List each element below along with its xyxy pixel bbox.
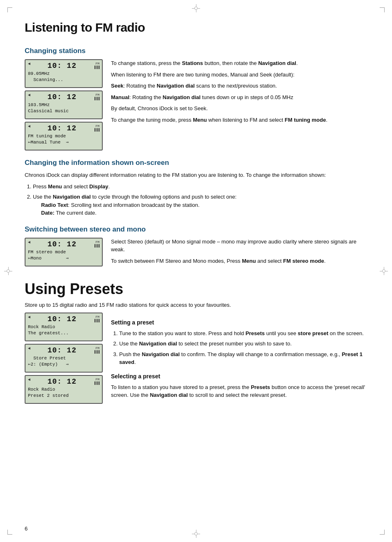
stereo-mono-text: Select Stereo (default) or Mono signal m… bbox=[111, 238, 367, 269]
lcd-clock-stored: 10: 12 bbox=[30, 378, 94, 386]
stations-seek: Seek: Rotating the Navigation dial scans… bbox=[111, 82, 367, 90]
section-header-changing-info: Changing the information shown on-screen bbox=[25, 159, 367, 167]
lcd-body-1: 89.05MHz Scanning... bbox=[28, 71, 99, 83]
crosshair-bottom bbox=[192, 530, 200, 538]
lcd-clock-2: 10: 12 bbox=[30, 93, 94, 101]
section-header-changing-stations: Changing stations bbox=[25, 47, 367, 55]
lcd-clock-store: 10: 12 bbox=[30, 346, 94, 354]
lcd-screen-stereo: ◄ 10: 12 FM▐▐▐ FM stereo mode ⇐Mono ⇒ bbox=[25, 238, 103, 266]
presets-right-content: Setting a preset Tune to the station you… bbox=[111, 313, 367, 404]
lcd-clock-rock: 10: 12 bbox=[30, 315, 94, 323]
setting-preset-step2: Use the Navigation dial to select the pr… bbox=[119, 340, 367, 348]
corner-mark-tl bbox=[7, 7, 12, 12]
lcd-clock-1: 10: 12 bbox=[30, 62, 94, 70]
lcd-body-stored: Rock Radio Preset 2 stored bbox=[28, 387, 99, 399]
corner-mark-br bbox=[380, 530, 385, 535]
using-presets-intro: Store up to 15 digital radio and 15 FM r… bbox=[25, 301, 367, 309]
lcd-clock-stereo: 10: 12 bbox=[30, 240, 94, 248]
date-label: Date: The current date. bbox=[41, 210, 97, 216]
lcd-body-stereo: FM stereo mode ⇐Mono ⇒ bbox=[28, 249, 99, 262]
presets-content-row: ◄ 10: 12 FM▐▐▐ Rock Radio The greatest..… bbox=[25, 313, 367, 404]
lcd-icons-top-rock: FM▐▐▐ bbox=[94, 315, 99, 322]
crosshair-left bbox=[4, 267, 12, 275]
lcd-screen-store-preset: ◄ 10: 12 FM▐▐▐ Store Preset ⇐2: (Empty) … bbox=[25, 344, 103, 373]
changing-stations-text: To change stations, press the Stations b… bbox=[111, 59, 367, 151]
lcd-clock-3: 10: 12 bbox=[30, 124, 94, 132]
lcd-icons-top-1: FM▐▐▐ bbox=[94, 62, 99, 69]
stereo-mono-content: ◄ 10: 12 FM▐▐▐ FM stereo mode ⇐Mono ⇒ Se… bbox=[25, 238, 367, 269]
changing-info-step1: Press Menu and select Display. bbox=[33, 183, 367, 191]
stereo-para2: To switch between FM Stereo and Mono mod… bbox=[111, 257, 367, 265]
stations-manual: Manual: Rotating the Navigation dial tun… bbox=[111, 93, 367, 102]
crosshair-top bbox=[192, 4, 200, 12]
changing-stations-content: ◄ 10: 12 FM▐▐▐ 89.05MHz Scanning... ◄ 10… bbox=[25, 59, 367, 151]
lcd-icons-top-3: FM▐▐▐ bbox=[94, 124, 99, 132]
lcd-body-store: Store Preset ⇐2: (Empty) ⇒ bbox=[28, 355, 99, 368]
setting-preset-header: Setting a preset bbox=[111, 318, 367, 327]
lcd-icons-top-stored: FM▐▐▐ bbox=[94, 378, 99, 385]
crosshair-right bbox=[380, 267, 388, 275]
stations-default: By default, Chronos iDock is set to Seek… bbox=[111, 104, 367, 113]
lcd-screen-tuning: ◄ 10: 12 FM▐▐▐ FM tuning mode ⇐Manual Tu… bbox=[25, 122, 103, 151]
main-title: Listening to FM radio bbox=[25, 21, 367, 35]
selecting-preset-para: To listen to a station you have stored t… bbox=[111, 383, 367, 399]
changing-info-step2: Use the Navigation dial to cycle through… bbox=[33, 193, 367, 217]
stations-para-2: When listening to FM there are two tunin… bbox=[111, 71, 367, 79]
page-number: 6 bbox=[25, 526, 28, 532]
radio-text-label: Radio Text: Scrolling text and informati… bbox=[41, 202, 200, 208]
selecting-preset-header: Selecting a preset bbox=[111, 372, 367, 381]
lcd-screen-rock-radio: ◄ 10: 12 FM▐▐▐ Rock Radio The greatest..… bbox=[25, 313, 103, 341]
setting-preset-step1: Tune to the station you want to store. P… bbox=[119, 329, 367, 338]
lcd-icons-top-2: FM▐▐▐ bbox=[94, 93, 99, 100]
corner-mark-bl bbox=[7, 530, 12, 535]
lcd-container-stereo: ◄ 10: 12 FM▐▐▐ FM stereo mode ⇐Mono ⇒ bbox=[25, 238, 103, 269]
lcd-body-2: 103.5MHz Classical music bbox=[28, 102, 99, 115]
using-presets-title: Using Presets bbox=[25, 280, 367, 298]
lcd-screen-scanning: ◄ 10: 12 FM▐▐▐ 89.05MHz Scanning... bbox=[25, 59, 103, 88]
stations-change-mode: To change the tuning mode, press Menu wh… bbox=[111, 116, 367, 124]
lcd-container-stations: ◄ 10: 12 FM▐▐▐ 89.05MHz Scanning... ◄ 10… bbox=[25, 59, 103, 151]
lcd-container-presets: ◄ 10: 12 FM▐▐▐ Rock Radio The greatest..… bbox=[25, 313, 103, 404]
lcd-body-3: FM tuning mode ⇐Manual Tune ⇒ bbox=[28, 133, 99, 146]
section-header-stereo-mono: Switching between stereo and mono bbox=[25, 225, 367, 234]
changing-info-steps: Press Menu and select Display. Use the N… bbox=[33, 183, 367, 217]
lcd-screen-classical: ◄ 10: 12 FM▐▐▐ 103.5MHz Classical music bbox=[25, 90, 103, 119]
lcd-icons-top-stereo: FM▐▐▐ bbox=[94, 240, 99, 248]
corner-mark-tr bbox=[380, 7, 385, 12]
stereo-para1: Select Stereo (default) or Mono signal m… bbox=[111, 238, 367, 254]
lcd-screen-preset-stored: ◄ 10: 12 FM▐▐▐ Rock Radio Preset 2 store… bbox=[25, 375, 103, 404]
setting-preset-steps: Tune to the station you want to store. P… bbox=[119, 329, 367, 366]
setting-preset-step3: Push the Navigation dial to confirm. The… bbox=[119, 350, 367, 366]
stations-para-1: To change stations, press the Stations b… bbox=[111, 59, 367, 67]
lcd-icons-top-store: FM▐▐▐ bbox=[94, 346, 99, 354]
changing-info-para1: Chronos iDock can display different info… bbox=[25, 171, 367, 179]
lcd-body-rock: Rock Radio The greatest... bbox=[28, 324, 99, 337]
